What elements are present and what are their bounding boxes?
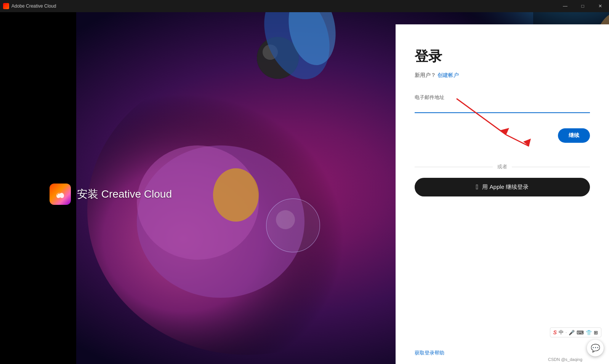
minimize-button[interactable]: — [556, 0, 574, 12]
help-link[interactable]: 获取登录帮助 [415, 350, 444, 356]
install-text: 安装 Creative Cloud [77, 187, 172, 201]
left-panel: 安装 Creative Cloud [0, 24, 278, 364]
divider-line-right [512, 167, 590, 167]
divider-line-left [415, 167, 493, 167]
apple-icon:  [476, 183, 479, 191]
csdn-text: CSDN @s_daqing [548, 357, 582, 362]
svg-point-16 [276, 210, 295, 229]
divider-text: 或者 [497, 163, 507, 170]
new-user-label: 新用户？ [415, 72, 436, 78]
toolbar-mic-icon[interactable]: 🎤 [569, 330, 575, 335]
svg-point-1 [6, 5, 8, 7]
input-toolbar: S 中 · 🎤 ⌨ 👕 ⊞ [550, 327, 601, 337]
toolbar-char-zhong: 中 [559, 329, 564, 336]
new-user-row: 新用户？ 创建帐户 [415, 72, 590, 79]
toolbar-punctuation: · [566, 330, 567, 335]
create-account-link[interactable]: 创建帐户 [438, 72, 459, 78]
cc-branding: 安装 Creative Cloud [50, 184, 172, 205]
toolbar-grid-icon[interactable]: ⊞ [594, 330, 598, 335]
window-controls: — □ ✕ [556, 0, 609, 12]
email-input[interactable] [415, 102, 590, 113]
divider: 或者 [415, 163, 590, 170]
continue-button[interactable]: 继续 [558, 128, 590, 143]
login-title: 登录 [415, 47, 590, 66]
titlebar: Adobe Creative Cloud — □ ✕ [0, 0, 609, 12]
close-button[interactable]: ✕ [591, 0, 609, 12]
chat-icon: 💬 [591, 343, 600, 353]
background: 安装 Creative Cloud 登录 新用户？ 创建帐户 电子邮件地址 继续… [0, 12, 609, 364]
apple-button-label: 用 Apple 继续登录 [482, 184, 529, 191]
app-icon [3, 3, 9, 9]
chat-bubble-button[interactable]: 💬 [587, 340, 604, 356]
sogou-icon: S [553, 329, 557, 335]
apple-signin-button[interactable]:  用 Apple 继续登录 [415, 178, 590, 196]
email-label: 电子邮件地址 [415, 94, 590, 101]
csdn-watermark: CSDN @s_daqing [548, 357, 582, 362]
login-panel: 登录 新用户？ 创建帐户 电子邮件地址 继续 或者  用 Apple 继续登录… [396, 24, 609, 364]
titlebar-title: Adobe Creative Cloud [11, 3, 56, 9]
email-form-group: 电子邮件地址 [415, 94, 590, 113]
toolbar-shirt-icon[interactable]: 👕 [586, 330, 592, 335]
toolbar-keyboard-icon[interactable]: ⌨ [577, 330, 584, 335]
cc-logo-icon [50, 184, 71, 205]
maximize-button[interactable]: □ [574, 0, 591, 12]
